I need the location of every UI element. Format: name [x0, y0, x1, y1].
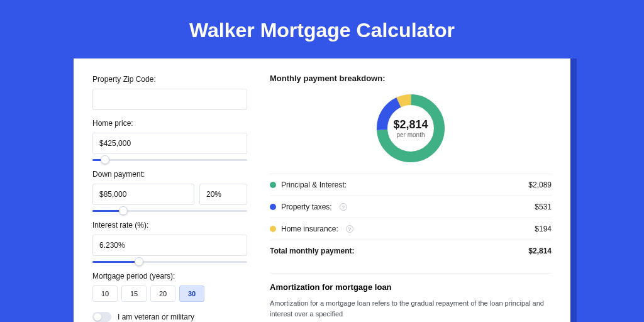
legend-dot — [270, 182, 276, 188]
legend-row: Property taxes:?$531 — [270, 196, 552, 218]
help-icon[interactable]: ? — [340, 203, 347, 211]
amort-text: Amortization for a mortgage loan refers … — [270, 298, 552, 319]
period-pill-15[interactable]: 15 — [121, 286, 147, 302]
legend-label: Principal & Interest: — [281, 180, 347, 189]
period-pills: 10152030 — [92, 286, 247, 302]
down-label: Down payment: — [92, 170, 247, 179]
total-label: Total monthly payment: — [270, 247, 354, 255]
veteran-label: I am veteran or military — [118, 313, 194, 321]
price-slider[interactable] — [92, 159, 247, 161]
rate-label: Interest rate (%): — [92, 221, 247, 230]
rate-slider[interactable] — [92, 261, 247, 263]
down-pct-input[interactable] — [199, 184, 247, 205]
veteran-toggle[interactable] — [92, 312, 111, 322]
help-icon[interactable]: ? — [346, 225, 353, 233]
down-amount-input[interactable] — [92, 184, 194, 205]
results-panel: Monthly payment breakdown: $2,814 per mo… — [270, 74, 552, 322]
donut-value: $2,814 — [393, 118, 428, 131]
legend-row: Principal & Interest:$2,089 — [270, 174, 552, 196]
period-pill-10[interactable]: 10 — [92, 286, 118, 302]
inputs-panel: Property Zip Code: Home price: Down paym… — [92, 74, 247, 322]
legend-row: Home insurance:?$194 — [270, 218, 552, 240]
page-title: Walker Mortgage Calculator — [0, 19, 644, 42]
price-label: Home price: — [92, 119, 247, 128]
donut-sublabel: per month — [396, 131, 425, 138]
zip-label: Property Zip Code: — [92, 75, 247, 84]
period-label: Mortgage period (years): — [92, 272, 247, 280]
rate-input[interactable] — [92, 235, 247, 256]
period-pill-30[interactable]: 30 — [179, 286, 204, 302]
total-value: $2,814 — [528, 247, 552, 255]
legend-label: Property taxes: — [281, 203, 332, 211]
breakdown-title: Monthly payment breakdown: — [270, 74, 552, 83]
donut-chart: $2,814 per month — [373, 91, 448, 166]
price-input[interactable] — [92, 133, 247, 154]
legend: Principal & Interest:$2,089Property taxe… — [270, 174, 552, 262]
legend-label: Home insurance: — [281, 225, 338, 233]
legend-dot — [270, 204, 276, 210]
legend-value: $531 — [535, 203, 552, 211]
calculator-card: Property Zip Code: Home price: Down paym… — [74, 58, 570, 322]
legend-dot — [270, 226, 276, 232]
legend-value: $2,089 — [528, 180, 552, 189]
period-pill-20[interactable]: 20 — [150, 286, 175, 302]
legend-value: $194 — [535, 225, 552, 233]
down-slider[interactable] — [92, 210, 247, 212]
legend-total-row: Total monthly payment:$2,814 — [270, 240, 552, 262]
zip-input[interactable] — [92, 89, 247, 110]
amort-title: Amortization for mortgage loan — [270, 282, 552, 292]
